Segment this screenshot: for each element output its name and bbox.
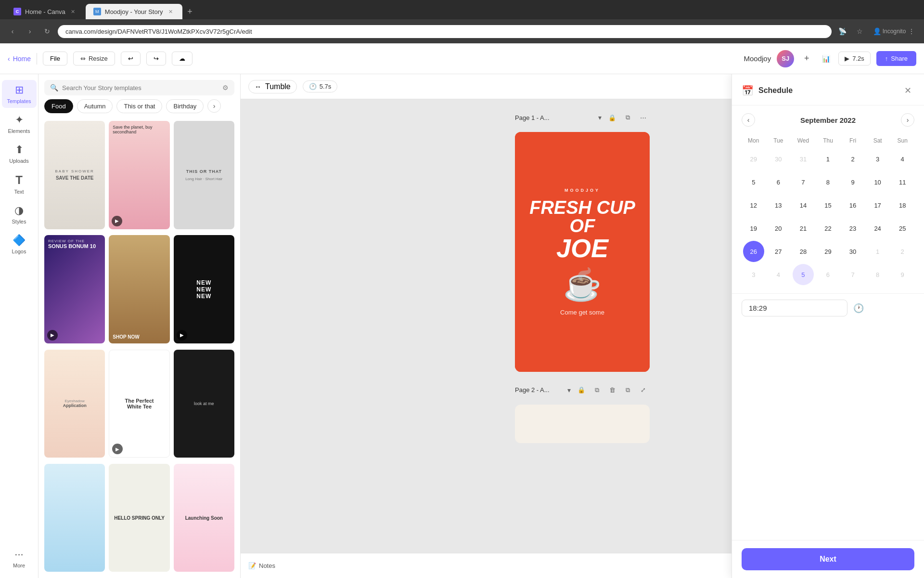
search-box[interactable]: 🔍 ⚙ <box>44 80 234 95</box>
next-month-button[interactable]: › <box>901 113 914 127</box>
close-tab-canva[interactable]: ✕ <box>69 8 77 15</box>
sidebar-item-elements[interactable]: ✦ Elements <box>2 110 37 138</box>
cal-day-selected[interactable]: 26 <box>743 241 764 262</box>
cal-day[interactable]: 20 <box>768 218 789 239</box>
play-button[interactable]: ▶ 7.2s <box>838 52 871 66</box>
template-card[interactable]: Save the planet, buy secondhand ▶ <box>109 121 169 229</box>
sidebar-item-logos[interactable]: 🔷 Logos <box>2 230 37 258</box>
account-icon[interactable]: 👤 <box>870 25 884 38</box>
cal-day[interactable]: 5 <box>743 171 764 193</box>
cal-day[interactable]: 1 <box>817 148 838 170</box>
prev-month-button[interactable]: ‹ <box>742 113 755 127</box>
cal-day[interactable]: 17 <box>867 195 888 216</box>
page2-expand-button[interactable]: ⤢ <box>636 383 650 397</box>
cal-day[interactable]: 19 <box>743 218 764 239</box>
page1-copy-button[interactable]: ⧉ <box>621 111 634 124</box>
cal-day[interactable]: 16 <box>842 195 863 216</box>
page2-more-button[interactable]: ⧉ <box>621 383 634 397</box>
template-card[interactable]: HELLO SPRING ONLY <box>109 464 169 572</box>
template-card[interactable]: NEWNEWNEW ▶ <box>174 235 234 343</box>
refresh-button[interactable]: ↻ <box>40 25 54 38</box>
share-button[interactable]: ↑ Share <box>876 51 916 66</box>
sidebar-item-templates[interactable]: ⊞ Templates <box>2 80 37 108</box>
page1-lock-button[interactable]: 🔒 <box>605 111 619 124</box>
template-card[interactable]: Launching Soon <box>174 464 234 572</box>
filter-more-button[interactable]: › <box>207 99 221 113</box>
cal-day[interactable]: 29 <box>817 241 838 262</box>
template-card[interactable]: Eyeshadow Application <box>44 350 105 458</box>
filter-food[interactable]: Food <box>44 99 73 113</box>
cal-day[interactable]: 29 <box>743 148 764 170</box>
cal-day[interactable]: 18 <box>892 195 913 216</box>
file-button[interactable]: File <box>43 52 67 66</box>
next-button[interactable]: Next <box>742 548 914 570</box>
template-card[interactable]: REVIEW OF THE SONUS BONUM 10 ▶ <box>44 235 105 343</box>
template-card[interactable]: The Perfect White Tee ▶ <box>109 350 169 458</box>
analytics-button[interactable]: 📊 <box>819 52 833 66</box>
resize-button[interactable]: ⇔ Resize <box>73 52 115 66</box>
address-bar[interactable]: canva.com/design/DAFNVetRTV8/J1WoMZtkPXc… <box>58 25 832 38</box>
back-button[interactable]: ‹ <box>6 25 19 38</box>
menu-icon[interactable]: ⋮ <box>905 25 918 38</box>
cast-icon[interactable]: 📡 <box>835 25 849 38</box>
dropdown-icon[interactable]: ▾ <box>598 114 602 121</box>
cal-day[interactable]: 7 <box>842 264 863 285</box>
cal-day[interactable]: 23 <box>842 218 863 239</box>
tab-canva-home[interactable]: C Home - Canva ✕ <box>6 4 85 19</box>
cal-day[interactable]: 15 <box>817 195 838 216</box>
schedule-close-button[interactable]: ✕ <box>901 84 914 97</box>
template-card[interactable]: look at me <box>174 350 234 458</box>
cal-day[interactable]: 25 <box>892 218 913 239</box>
template-card[interactable]: SHOP NOW <box>109 235 169 343</box>
cal-day[interactable]: 27 <box>768 241 789 262</box>
filter-birthday[interactable]: Birthday <box>166 99 204 113</box>
animation-selector[interactable]: ↔ Tumble <box>248 80 297 93</box>
cal-day[interactable]: 7 <box>793 171 814 193</box>
cal-day[interactable]: 30 <box>842 241 863 262</box>
cal-day[interactable]: 9 <box>892 264 913 285</box>
cal-day[interactable]: 1 <box>867 241 888 262</box>
cal-day[interactable]: 8 <box>817 171 838 193</box>
sidebar-item-uploads[interactable]: ⬆ Uploads <box>2 140 37 168</box>
cal-day[interactable]: 28 <box>793 241 814 262</box>
cal-day[interactable]: 9 <box>842 171 863 193</box>
notes-button[interactable]: 📝 Notes <box>248 562 275 569</box>
cal-day[interactable]: 6 <box>817 264 838 285</box>
cal-day[interactable]: 24 <box>867 218 888 239</box>
page2-canvas[interactable] <box>515 405 650 443</box>
user-avatar[interactable]: SJ <box>777 50 794 67</box>
cal-day[interactable]: 8 <box>867 264 888 285</box>
cal-day[interactable]: 12 <box>743 195 764 216</box>
filter-autumn[interactable]: Autumn <box>77 99 113 113</box>
cal-day[interactable]: 2 <box>892 241 913 262</box>
search-input[interactable] <box>62 84 218 92</box>
cal-day[interactable]: 3 <box>867 148 888 170</box>
close-tab-moodjoy[interactable]: ✕ <box>167 8 175 15</box>
page1-more-button[interactable]: ⋯ <box>636 111 650 124</box>
cal-day[interactable]: 2 <box>842 148 863 170</box>
cal-day[interactable]: 22 <box>817 218 838 239</box>
template-card[interactable]: BABY SHOWER SAVE THE DATE <box>44 121 105 229</box>
cal-day[interactable]: 4 <box>892 148 913 170</box>
cal-day[interactable]: 14 <box>793 195 814 216</box>
cal-day[interactable]: 6 <box>768 171 789 193</box>
forward-button[interactable]: › <box>23 25 37 38</box>
sidebar-item-more[interactable]: ··· More <box>2 544 37 572</box>
save-button[interactable]: ☁ <box>172 52 192 66</box>
page2-copy-button[interactable]: ⧉ <box>590 383 603 397</box>
filter-icon[interactable]: ⚙ <box>222 84 229 92</box>
cal-day-highlighted[interactable]: 5 <box>793 264 814 285</box>
time-input[interactable] <box>742 300 847 316</box>
template-card[interactable]: THIS OR THAT Long Hair · Short Hair <box>174 121 234 229</box>
tab-moodjoy[interactable]: M Moodjoy - Your Story ✕ <box>86 4 182 19</box>
filter-this-or-that[interactable]: This or that <box>116 99 162 113</box>
add-collaborator-button[interactable]: + <box>800 52 813 66</box>
redo-button[interactable]: ↪ <box>146 52 166 66</box>
duration-control[interactable]: 🕐 5.7s <box>303 80 338 92</box>
cal-day[interactable]: 13 <box>768 195 789 216</box>
undo-button[interactable]: ↩ <box>121 52 141 66</box>
page2-dropdown-icon[interactable]: ▾ <box>567 386 571 394</box>
sidebar-item-styles[interactable]: ◑ Styles <box>2 200 37 228</box>
new-tab-button[interactable]: + <box>183 5 197 18</box>
cal-day[interactable]: 30 <box>768 148 789 170</box>
